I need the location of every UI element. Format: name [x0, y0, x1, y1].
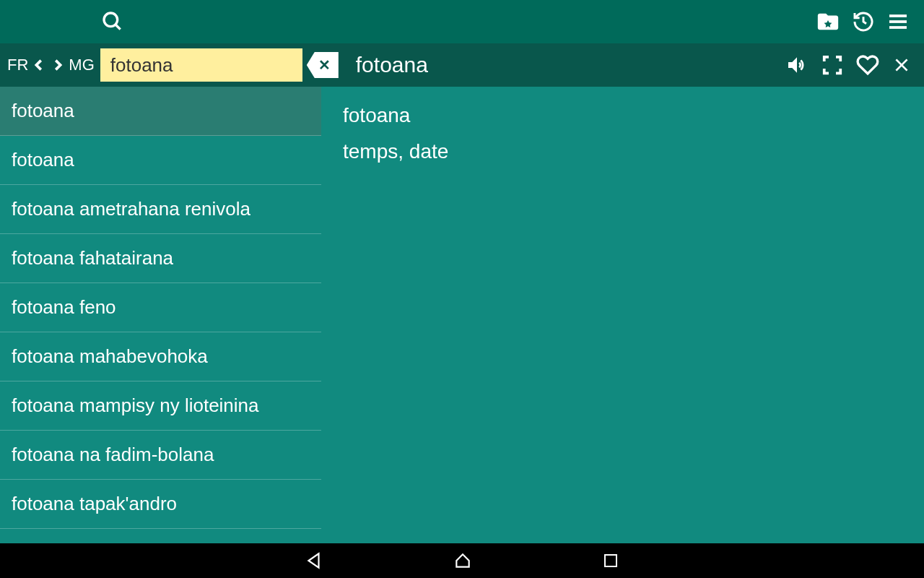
dictionary-app: FR MG ✕ fotoana fotoanaf	[0, 0, 924, 543]
list-item[interactable]: fotoana ametrahana renivola	[0, 185, 321, 234]
recent-nav-icon[interactable]	[602, 552, 619, 569]
list-item[interactable]: fotoana feno	[0, 283, 321, 332]
list-item[interactable]: fotoana	[0, 136, 321, 185]
search-input[interactable]	[100, 48, 302, 82]
home-nav-icon[interactable]	[453, 551, 472, 570]
swap-left-icon[interactable]	[30, 55, 48, 75]
definition-meaning: temps, date	[343, 140, 902, 163]
fullscreen-icon[interactable]	[821, 54, 843, 76]
close-icon: ✕	[318, 56, 331, 74]
svg-line-1	[116, 25, 121, 30]
definition-word: fotoana	[343, 104, 902, 127]
menu-icon[interactable]	[886, 10, 910, 33]
results-list[interactable]: fotoanafotoanafotoana ametrahana renivol…	[0, 87, 321, 543]
list-item[interactable]: fotoana mampisy ny lioteinina	[0, 381, 321, 431]
search-icon[interactable]	[101, 10, 124, 33]
content-area: fotoanafotoanafotoana ametrahana renivol…	[0, 87, 924, 543]
list-item[interactable]: fotoana mahabevohoka	[0, 332, 321, 381]
close-detail-icon[interactable]	[892, 56, 911, 74]
swap-right-icon[interactable]	[48, 55, 67, 75]
svg-rect-7	[605, 555, 616, 566]
lang-to-label[interactable]: MG	[67, 56, 95, 74]
definition-panel: fotoana temps, date	[321, 87, 924, 543]
clear-search-button[interactable]: ✕	[307, 52, 339, 78]
list-item[interactable]: fotoana	[0, 87, 321, 136]
list-item[interactable]: fotoana fahatairana	[0, 234, 321, 283]
svg-point-0	[104, 13, 118, 27]
detail-header-title: fotoana	[356, 53, 785, 77]
search-bar: FR MG ✕ fotoana	[0, 43, 924, 87]
history-icon[interactable]	[852, 10, 875, 33]
back-nav-icon[interactable]	[305, 551, 323, 570]
list-item[interactable]: fotoana na fadim-bolana	[0, 431, 321, 480]
list-item[interactable]: fotoana tapak'andro	[0, 480, 321, 529]
favorites-folder-icon[interactable]	[816, 9, 840, 34]
heart-icon[interactable]	[856, 53, 879, 77]
lang-from-label[interactable]: FR	[6, 56, 30, 74]
topbar	[0, 0, 924, 43]
detail-actions	[785, 53, 918, 77]
speak-icon[interactable]	[785, 53, 808, 77]
android-navbar	[0, 543, 924, 578]
